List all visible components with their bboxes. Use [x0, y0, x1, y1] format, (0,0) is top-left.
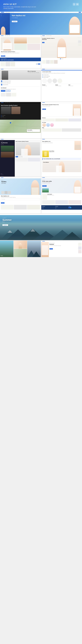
- get-started: Get Started Lorem ipsum dolor sit amet c…: [0, 87, 41, 92]
- dark-hero: New Premium Quality Product Prototyping …: [0, 103, 41, 120]
- sidebar-nav: Base Premium: [1, 173, 14, 176]
- detail-btn[interactable]: Shop Now: [42, 185, 47, 187]
- social-fb[interactable]: f: [69, 207, 70, 208]
- submit-btn[interactable]: Submit: [1, 202, 4, 204]
- accent-label: Fusce vehicula: [1, 58, 40, 59]
- screen-row-3: Why Is It Important Lorem ipsum dolor si…: [0, 69, 82, 102]
- screen-hero: Contact N Qu Nam dapibus nisi In hac hab…: [0, 12, 82, 35]
- dot-active: [60, 58, 61, 59]
- s-thumb: [78, 246, 82, 250]
- overlay-btn[interactable]: View: [42, 42, 44, 43]
- nav-item[interactable]: [9, 36, 10, 36]
- product-dark2: [1, 152, 14, 158]
- brand: [1, 178, 3, 178]
- social-icons: f t: [69, 207, 81, 208]
- services-btn[interactable]: View All: [42, 108, 46, 110]
- product-mini-grid: [41, 60, 82, 64]
- summer-btn[interactable]: Now In: [50, 248, 53, 250]
- nav-item[interactable]: [7, 214, 9, 214]
- screen-dark-landing: New Premium Quality Product Prototyping …: [0, 102, 41, 138]
- mini-product: [46, 60, 50, 64]
- social-tw[interactable]: t: [70, 207, 71, 208]
- detail-person: [74, 180, 81, 193]
- sidebar-item[interactable]: Premium: [1, 174, 14, 175]
- icon-label: Lorem ipsum dolor sit amet: [3, 81, 40, 82]
- nav-bar: Contact: [0, 12, 82, 13]
- map-address: 123 Main Street, City: [28, 131, 39, 132]
- learn-btn[interactable]: Learn More: [5, 90, 10, 92]
- nav-item[interactable]: [7, 36, 8, 36]
- prod-title: Lorem ipsum: [47, 194, 81, 195]
- thumb1: [14, 37, 27, 44]
- lorem-input[interactable]: Lorem Ipsu: [1, 198, 40, 200]
- person-title: Quality Produce: [49, 152, 81, 153]
- nav: [41, 139, 82, 140]
- map-area: Our Location 123 Main Street, City: [0, 120, 41, 133]
- summer-person: [41, 242, 49, 257]
- screen-landscape-grid: Forest: [0, 240, 41, 257]
- person-hero: Curabitur lobortis ornare a bibendum Vie…: [41, 36, 82, 58]
- nav-item[interactable]: [5, 102, 6, 103]
- mini-product: [42, 60, 46, 64]
- nav-item[interactable]: [9, 102, 10, 103]
- price-info: $24 Add: [36, 62, 40, 66]
- nav-item[interactable]: [7, 102, 8, 103]
- tag-row: Design UI Kit: [16, 156, 40, 157]
- landscape-text: Summer Summer Now In Shop Now: [2, 218, 12, 226]
- brand: [42, 102, 45, 103]
- nav-link[interactable]: [8, 12, 10, 12]
- portfolio-right: New Premium Quality Product Design UI Ki…: [15, 140, 41, 176]
- shop-btn[interactable]: Shop Now: [1, 56, 5, 56]
- nav-item[interactable]: [5, 214, 7, 214]
- start-btn[interactable]: Start Now: [1, 90, 5, 92]
- hero-area: N Qu Nam dapibus nisi In hac habitasse G…: [0, 13, 82, 35]
- nav-item[interactable]: [46, 36, 48, 36]
- profile-photo: [75, 141, 81, 150]
- nav-item[interactable]: [5, 36, 6, 36]
- port-name: Joy Blendon: [1, 142, 14, 144]
- prod-mini: [1, 62, 5, 66]
- nav-item[interactable]: [50, 36, 51, 36]
- nav: [0, 214, 82, 215]
- tag-item: [78, 37, 81, 40]
- cta-btn[interactable]: Contact: [79, 12, 81, 13]
- nav-item[interactable]: [9, 214, 11, 214]
- tag: Design: [16, 156, 18, 157]
- editorial-hero: Editorial Sandra Last Feature: [0, 178, 41, 195]
- nav-link[interactable]: [6, 12, 7, 12]
- services-title: New Premium Quality Product Arce: [42, 104, 72, 106]
- cart-btn[interactable]: Add: [38, 64, 40, 64]
- service-card: [55, 118, 68, 122]
- info-title: Quality: [55, 84, 68, 86]
- detail-title: Cras uma nulla: [42, 181, 52, 182]
- info-desc: Praesent tincidunt: [69, 86, 81, 86]
- screen-row-4: New Premium Quality Product Prototyping …: [0, 102, 82, 138]
- thumb-strip: [1, 191, 11, 194]
- bottom-info: Premium Lorem ipsum dolor Quality Consec…: [42, 84, 81, 86]
- content: Lorem ipsum dolor Lorem ipsum dolor sit …: [41, 70, 82, 87]
- hero-cta[interactable]: Get Started: [12, 21, 17, 22]
- landscape-btn[interactable]: Shop Now: [2, 224, 8, 226]
- summer-desc: Lorem ipsum dolor sit amet consectetur: [50, 245, 78, 246]
- icon-text: Lorem ipsum dolor sit amet: [3, 81, 40, 82]
- footer-links: About UsServicesContact: [42, 207, 55, 209]
- section-body: Lorem ipsum dolor sit amet consectetur: [28, 72, 39, 73]
- quote-text: Fusce vehicula dolor arcu, an amet bland…: [43, 158, 80, 160]
- nav-link[interactable]: [10, 12, 12, 12]
- person-name: Sarah Riley: [49, 150, 81, 152]
- product-title: New Premium Quality Product: [1, 51, 40, 52]
- product-main: [1, 37, 14, 50]
- screen-profile: Nam dapibus arci In hac habitasse Praese…: [41, 139, 82, 176]
- nav: [0, 35, 41, 36]
- sidebar-item[interactable]: Base: [1, 173, 14, 174]
- screen-row-7: Summer Summer Now In Shop Now: [0, 214, 82, 240]
- port-label: Portfolio: [1, 141, 14, 142]
- get-started-btns: Start Now Learn More: [1, 90, 40, 92]
- footer-title: Follow: [69, 206, 81, 207]
- nav-item[interactable]: [48, 36, 50, 36]
- icon-row: Consectetur adipiscing elit: [1, 82, 40, 84]
- spacer: [15, 62, 36, 66]
- mini-nav: Qu: [1, 15, 9, 16]
- nav-link[interactable]: [12, 12, 14, 12]
- top-section: New Premium Quality Product Arce Lorem i…: [42, 104, 81, 116]
